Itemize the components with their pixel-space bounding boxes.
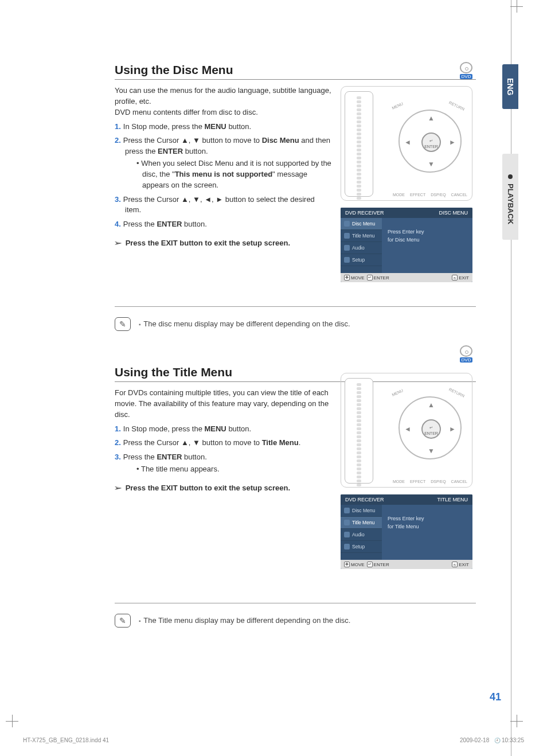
button-ref: ENTER xyxy=(158,147,183,155)
step-text: Press the Cursor ▲, ▼, ◄, ► button to se… xyxy=(123,195,315,215)
remote-dpad: ▲ ▼ ◄ ► ↵ENTER xyxy=(398,110,462,173)
exit-key-icon: ⎋ xyxy=(452,562,458,567)
step-text: button. xyxy=(182,220,206,228)
osd-body: Disc Menu Title Menu Audio Setup Press E… xyxy=(341,505,472,560)
exit-text: Press the EXIT button to exit the setup … xyxy=(126,239,291,247)
step-text: In Stop mode, press the xyxy=(123,122,205,131)
key-label: EXIT xyxy=(459,562,469,567)
osd-brand: DVD RECEIVER xyxy=(345,497,384,502)
figure-osd-disc-menu: DVD RECEIVER DISC MENU Disc Menu Title M… xyxy=(341,208,472,282)
step-number: 3. xyxy=(115,453,121,461)
enter-key-icon: ↵ xyxy=(367,275,373,280)
side-tab-playback: PLAYBACK xyxy=(502,154,518,240)
menu-ref: Disc Menu xyxy=(262,136,299,145)
button-ref: ENTER xyxy=(157,220,182,228)
osd-item-label: Audio xyxy=(352,245,365,251)
footer-time: 10:33:25 xyxy=(502,737,524,743)
menu-icon xyxy=(344,508,350,513)
step-4: 4.Press the ENTER button. xyxy=(115,219,333,230)
footer-datetime: 2009-02-18 10:33:25 xyxy=(460,737,524,743)
remote-outline: for(let i=0;i<26;i++)document.write('<di… xyxy=(345,378,373,484)
intro-text: DVD menu contents differ from disc to di… xyxy=(115,107,333,118)
arrow-right-icon: ► xyxy=(449,425,456,433)
key-label: ENTER xyxy=(374,562,389,567)
manual-page: ENG PLAYBACK DVD DVD Using the Disc Menu… xyxy=(0,0,547,756)
step-1: 1.In Stop mode, press the MENU button. xyxy=(115,424,333,435)
step-sub-bullet: • When you select Disc Menu and it is no… xyxy=(125,158,333,191)
arrow-up-icon: ▲ xyxy=(428,401,435,409)
section-title-disc-menu: Using the Disc Menu xyxy=(115,63,476,80)
remote-label: MODE xyxy=(393,480,405,484)
osd-item-label: Disc Menu xyxy=(352,508,375,513)
print-footer: HT-X725_GB_ENG_0218.indd 41 2009-02-18 1… xyxy=(23,737,524,743)
intro-text: For DVDs containing multiple titles, you… xyxy=(115,388,333,420)
step-3: 3.Press the ENTER button. • The title me… xyxy=(115,452,333,475)
exit-text: Press the EXIT button to exit the setup … xyxy=(126,484,291,492)
remote-enter-button: ↵ENTER xyxy=(421,133,441,152)
step-text: . xyxy=(299,438,301,447)
note-text: The Title menu display may be different … xyxy=(139,616,350,625)
arrow-right-icon: ► xyxy=(449,138,456,146)
osd-header: DVD RECEIVER TITLE MENU xyxy=(341,494,472,505)
sub-text: The title menu appears. xyxy=(141,465,220,473)
step-text: In Stop mode, press the xyxy=(123,424,205,433)
osd-footer: ✥MOVE ↵ENTER ⎋EXIT xyxy=(341,560,472,569)
speaker-icon xyxy=(344,532,350,537)
osd-item-disc-menu: Disc Menu xyxy=(341,218,382,230)
osd-item-label: Disc Menu xyxy=(352,221,375,227)
step-2: 2.Press the Cursor ▲, ▼ button to move t… xyxy=(115,438,333,449)
remote-label: MODE xyxy=(393,193,405,197)
osd-hint-line2: for Title Menu xyxy=(388,523,467,531)
button-ref: ENTER xyxy=(157,453,182,461)
steps-list: 1.In Stop mode, press the MENU button. 2… xyxy=(115,122,333,231)
remote-bottom-labels: MODE EFFECT DSP/EQ CANCEL xyxy=(393,480,467,484)
footer-filename: HT-X725_GB_ENG_0218.indd 41 xyxy=(23,737,109,743)
osd-key-enter: ↵ENTER xyxy=(367,562,389,567)
step-3: 3.Press the Cursor ▲, ▼, ◄, ► button to … xyxy=(115,194,333,216)
step-2: 2.Press the Cursor ▲, ▼ button to move t… xyxy=(115,135,333,190)
dpad-key-icon: ✥ xyxy=(344,562,350,567)
exit-instruction: ➢ Press the EXIT button to exit the setu… xyxy=(115,238,333,249)
remote-label: CANCEL xyxy=(451,480,467,484)
osd-key-exit: ⎋EXIT xyxy=(452,562,469,567)
osd-title: DISC MENU xyxy=(439,210,468,216)
step-number: 2. xyxy=(115,438,121,447)
page-number: 41 xyxy=(490,691,501,703)
side-tab-eng: ENG xyxy=(502,64,518,109)
button-ref: MENU xyxy=(204,424,226,433)
menu-icon xyxy=(344,520,350,525)
crop-mark-icon xyxy=(510,715,523,727)
note-text: The disc menu display may be different d… xyxy=(139,319,350,328)
osd-key-enter: ↵ENTER xyxy=(367,275,389,280)
osd-main-panel: Press Enter key for Disc Menu xyxy=(382,218,472,273)
remote-label: DSP/EQ xyxy=(431,193,446,197)
note-row: ✎ The Title menu display may be differen… xyxy=(115,614,476,628)
step-number: 2. xyxy=(115,136,121,145)
section2-body: For DVDs containing multiple titles, you… xyxy=(115,388,333,494)
gear-icon xyxy=(344,257,350,263)
step-text: button. xyxy=(183,147,208,155)
enter-label: ENTER xyxy=(424,145,438,149)
note-row: ✎ The disc menu display may be different… xyxy=(115,317,476,331)
osd-key-move: ✥MOVE xyxy=(344,275,365,280)
note-icon: ✎ xyxy=(115,317,131,331)
osd-key-move: ✥MOVE xyxy=(344,562,365,567)
key-label: MOVE xyxy=(351,562,365,567)
remote-bottom-labels: MODE EFFECT DSP/EQ CANCEL xyxy=(393,193,467,197)
osd-item-audio: Audio xyxy=(341,529,382,541)
osd-sidebar: Disc Menu Title Menu Audio Setup xyxy=(341,218,382,273)
remote-label: EFFECT xyxy=(410,193,425,197)
osd-item-label: Audio xyxy=(352,532,365,537)
osd-item-setup: Setup xyxy=(341,254,382,266)
remote-label: DSP/EQ xyxy=(431,480,446,484)
menu-icon xyxy=(344,233,350,239)
figure-osd-title-menu: DVD RECEIVER TITLE MENU Disc Menu Title … xyxy=(341,494,472,569)
remote-label-menu: MENU xyxy=(391,388,404,397)
menu-icon xyxy=(344,221,350,227)
osd-footer: ✥MOVE ↵ENTER ⎋EXIT xyxy=(341,273,472,282)
osd-brand: DVD RECEIVER xyxy=(345,210,384,216)
osd-key-exit: ⎋EXIT xyxy=(452,275,469,280)
step-text: Press the Cursor ▲, ▼ button to move to xyxy=(123,136,262,145)
osd-item-label: Setup xyxy=(352,257,365,263)
osd-item-label: Title Menu xyxy=(352,233,374,239)
